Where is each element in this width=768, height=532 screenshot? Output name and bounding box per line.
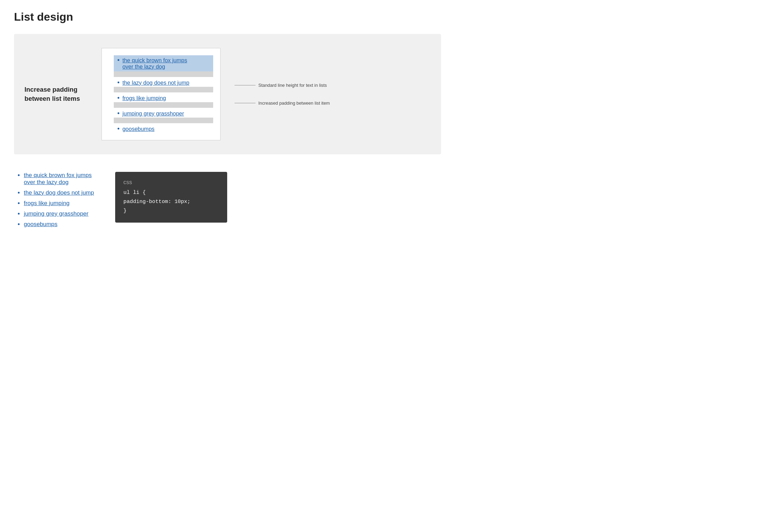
- bottom-section: the quick brown fox jumpsover the lazy d…: [14, 172, 441, 231]
- list-link[interactable]: the quick brown fox jumpsover the lazy d…: [24, 172, 92, 186]
- annotation-1: Standard line height for text in lists: [235, 83, 330, 88]
- list-item: frogs like jumping: [24, 200, 94, 210]
- list-item: • frogs like jumping: [117, 92, 210, 102]
- list-link[interactable]: jumping grey grasshoper: [24, 210, 89, 217]
- list-item: • goosebumps: [117, 123, 210, 133]
- code-label: CSS: [124, 179, 219, 187]
- list-item: • the lazy dog does not jump: [117, 77, 210, 87]
- annotation-text-2: Increased padding between list item: [258, 100, 330, 106]
- annotation-2: Increased padding between list item: [235, 100, 330, 106]
- result-list: the quick brown fox jumpsover the lazy d…: [14, 172, 94, 231]
- list-item: the quick brown fox jumpsover the lazy d…: [24, 172, 94, 189]
- list-item: • jumping grey grasshoper: [117, 108, 210, 118]
- list-link[interactable]: jumping grey grasshoper: [123, 111, 184, 117]
- annotations: Standard line height for text in lists I…: [235, 83, 330, 106]
- list-link[interactable]: the lazy dog does not jump: [123, 80, 189, 86]
- list-item: jumping grey grasshoper: [24, 210, 94, 221]
- spacer: [114, 71, 213, 77]
- demo-label: Increase padding between list items: [25, 85, 88, 103]
- annotation-text-1: Standard line height for text in lists: [258, 83, 327, 88]
- list-link[interactable]: the quick brown fox jumpsover the lazy d…: [123, 57, 187, 70]
- code-line-2: padding-bottom: 10px;: [124, 197, 219, 206]
- list-link[interactable]: the lazy dog does not jump: [24, 189, 94, 196]
- list-item: the lazy dog does not jump: [24, 189, 94, 200]
- demo-section: Increase padding between list items • th…: [14, 34, 441, 154]
- code-block: CSS ul li { padding-bottom: 10px; }: [115, 172, 227, 223]
- list-item: • the quick brown fox jumpsover the lazy…: [114, 55, 213, 71]
- spacer: [114, 102, 213, 108]
- page-title: List design: [14, 10, 441, 23]
- code-line-1: ul li {: [124, 188, 219, 197]
- list-item: goosebumps: [24, 221, 94, 231]
- code-line-3: }: [124, 206, 219, 216]
- demo-list: • the quick brown fox jumpsover the lazy…: [109, 55, 210, 133]
- spacer: [114, 87, 213, 92]
- list-link[interactable]: goosebumps: [24, 221, 57, 227]
- spacer: [114, 118, 213, 123]
- demo-list-box: • the quick brown fox jumpsover the lazy…: [102, 48, 221, 140]
- list-link[interactable]: goosebumps: [123, 126, 155, 132]
- list-link[interactable]: frogs like jumping: [24, 200, 70, 206]
- list-link[interactable]: frogs like jumping: [123, 95, 166, 102]
